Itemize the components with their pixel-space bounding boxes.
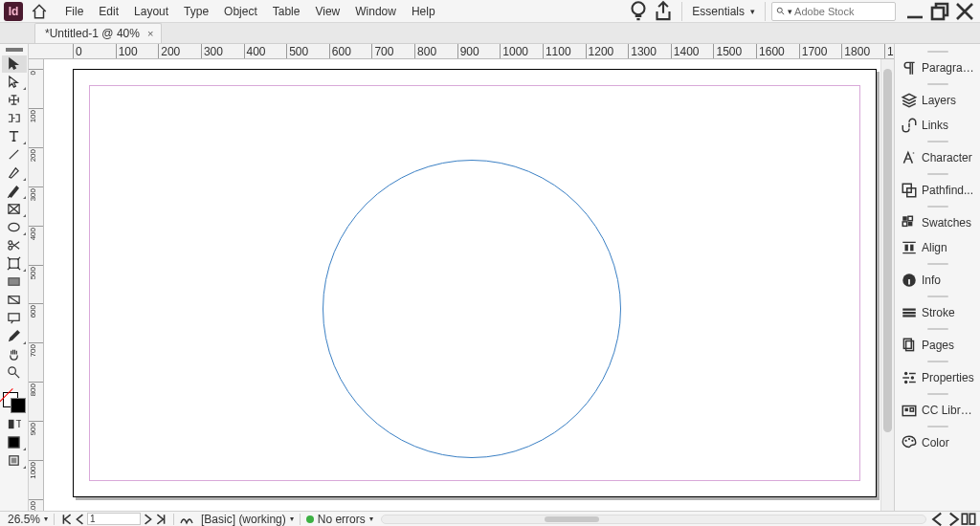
menu-object[interactable]: Object bbox=[216, 0, 265, 22]
panel-layers[interactable]: Layers bbox=[895, 88, 980, 113]
panel-grip-icon[interactable] bbox=[895, 293, 980, 300]
ruler-tick: 900 bbox=[457, 44, 458, 59]
app-icon: Id bbox=[4, 2, 23, 21]
menu-type[interactable]: Type bbox=[176, 0, 216, 22]
zoom-level[interactable]: 26.5% ▾ bbox=[4, 512, 52, 526]
panel-grip-icon[interactable] bbox=[895, 170, 980, 178]
panel-character[interactable]: Character bbox=[895, 145, 980, 170]
panel-grip-icon[interactable] bbox=[895, 138, 980, 145]
window-restore-button[interactable] bbox=[928, 2, 951, 21]
page-tool[interactable] bbox=[2, 92, 27, 109]
panel-pathfind[interactable]: Pathfind... bbox=[895, 178, 980, 203]
menu-edit[interactable]: Edit bbox=[91, 0, 126, 22]
panel-grip-icon[interactable] bbox=[895, 390, 980, 398]
rectangle-frame-tool[interactable] bbox=[2, 201, 27, 218]
panel-align[interactable]: Align bbox=[895, 235, 980, 260]
ruler-tick: 1100 bbox=[29, 499, 44, 500]
gradient-feather-tool[interactable] bbox=[2, 292, 27, 309]
panel-grip-icon[interactable] bbox=[895, 423, 980, 430]
workspace-switcher[interactable]: Essentials ▾ bbox=[681, 2, 766, 21]
panel-grip-icon[interactable] bbox=[895, 358, 980, 365]
gap-tool[interactable] bbox=[2, 110, 27, 127]
stock-search-input[interactable] bbox=[794, 6, 891, 17]
prev-page-button[interactable] bbox=[74, 513, 87, 526]
ruler-tick: 0 bbox=[29, 69, 44, 70]
first-page-button[interactable] bbox=[60, 513, 74, 526]
ellipse-tool[interactable] bbox=[2, 219, 27, 236]
split-view-icon[interactable] bbox=[961, 513, 976, 525]
preflight-status[interactable]: No errors ▾ bbox=[302, 512, 377, 526]
panel-color[interactable]: Color bbox=[895, 430, 980, 455]
panel-links[interactable]: Links bbox=[895, 113, 980, 138]
free-transform-tool[interactable] bbox=[2, 255, 27, 273]
menu-file[interactable]: File bbox=[57, 0, 91, 22]
document-tab[interactable]: *Untitled-1 @ 40% × bbox=[34, 23, 162, 43]
scissors-tool[interactable] bbox=[2, 237, 27, 254]
pencil-tool[interactable] bbox=[2, 183, 27, 200]
panel-cc-librar[interactable]: CC Librar... bbox=[895, 398, 980, 423]
menu-view[interactable]: View bbox=[307, 0, 347, 22]
pen-tool[interactable] bbox=[2, 164, 27, 182]
scroll-right-button[interactable] bbox=[946, 512, 961, 527]
chevron-down-icon: ▾ bbox=[44, 515, 48, 523]
menu-help[interactable]: Help bbox=[404, 0, 443, 22]
note-tool[interactable] bbox=[2, 310, 27, 327]
spread-icon[interactable] bbox=[176, 512, 197, 526]
panel-properties[interactable]: Properties bbox=[895, 365, 980, 390]
formatting-container-toggle[interactable]: T bbox=[2, 416, 27, 433]
panel-grip-icon[interactable] bbox=[6, 48, 23, 52]
window-minimize-button[interactable] bbox=[903, 2, 926, 21]
home-icon[interactable] bbox=[31, 3, 48, 20]
panel-swatches[interactable]: Swatches bbox=[895, 210, 980, 235]
panel-grip-icon[interactable] bbox=[895, 260, 980, 268]
page-number-input[interactable] bbox=[87, 513, 141, 525]
scroll-left-button[interactable] bbox=[930, 512, 946, 527]
scrollbar-thumb[interactable] bbox=[883, 69, 892, 432]
svg-text:T: T bbox=[15, 418, 21, 429]
eyedropper-tool[interactable] bbox=[2, 328, 27, 345]
menu-layout[interactable]: Layout bbox=[126, 0, 176, 22]
viewport[interactable] bbox=[44, 59, 894, 511]
vertical-scrollbar[interactable] bbox=[880, 59, 894, 511]
zoom-tool[interactable] bbox=[2, 364, 27, 382]
panel-pages[interactable]: Pages bbox=[895, 333, 980, 358]
ruler-tick: 1900 bbox=[884, 44, 885, 59]
menu-table[interactable]: Table bbox=[265, 0, 308, 22]
next-page-button[interactable] bbox=[141, 513, 154, 526]
line-tool[interactable] bbox=[2, 146, 27, 164]
close-icon[interactable]: × bbox=[147, 28, 153, 39]
horizontal-scrollbar[interactable] bbox=[381, 515, 926, 524]
fill-swatch[interactable] bbox=[11, 398, 26, 413]
direct-selection-tool[interactable] bbox=[2, 74, 27, 91]
hint-icon[interactable] bbox=[626, 0, 651, 22]
panel-stroke[interactable]: Stroke bbox=[895, 300, 980, 325]
menu-window[interactable]: Window bbox=[347, 0, 404, 22]
gradient-swatch-tool[interactable] bbox=[2, 274, 27, 291]
panel-grip-icon[interactable] bbox=[895, 325, 980, 333]
panel-paragrap[interactable]: Paragrap... bbox=[895, 55, 980, 80]
panel-grip-icon[interactable] bbox=[895, 48, 980, 55]
scrollbar-thumb[interactable] bbox=[545, 516, 599, 522]
hand-tool[interactable] bbox=[2, 346, 27, 363]
stock-search[interactable]: ▾ bbox=[771, 2, 896, 21]
svg-rect-34 bbox=[905, 408, 908, 411]
ruler-horizontal[interactable]: 0100200300400500600700800900100011001200… bbox=[29, 44, 894, 59]
window-close-button[interactable] bbox=[953, 2, 976, 21]
panel-info[interactable]: Info bbox=[895, 268, 980, 293]
ruler-vertical[interactable]: 010020030040050060070080090010001100 bbox=[29, 59, 44, 511]
properties-icon bbox=[901, 369, 918, 386]
type-tool[interactable] bbox=[2, 128, 27, 145]
preflight-profile[interactable]: [Basic] (working) ▾ bbox=[197, 512, 298, 526]
share-icon[interactable] bbox=[651, 0, 676, 22]
last-page-button[interactable] bbox=[154, 513, 167, 526]
fill-stroke-swatches[interactable] bbox=[2, 391, 27, 414]
document-tab-title: *Untitled-1 @ 40% bbox=[45, 27, 140, 40]
panel-grip-icon[interactable] bbox=[895, 203, 980, 210]
apply-color[interactable] bbox=[2, 434, 27, 451]
svg-point-13 bbox=[9, 367, 16, 375]
ellipse-object[interactable] bbox=[323, 160, 621, 458]
selection-tool[interactable] bbox=[2, 55, 27, 73]
panel-grip-icon[interactable] bbox=[895, 80, 980, 88]
view-mode-toggle[interactable] bbox=[2, 452, 27, 470]
page[interactable] bbox=[73, 69, 877, 497]
